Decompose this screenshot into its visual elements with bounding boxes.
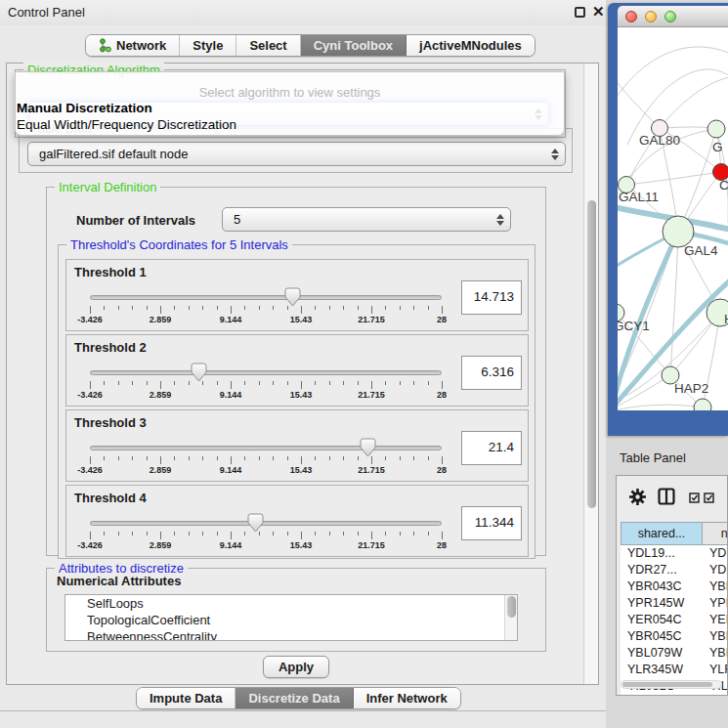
- tick-mark: [301, 306, 302, 314]
- table-row[interactable]: YBL079WYBL0: [621, 645, 728, 662]
- tick-mark: [273, 456, 274, 460]
- tick-mark: [217, 532, 218, 535]
- cell-shared-name: YPR145W: [621, 595, 703, 612]
- threshold-2-value-field[interactable]: 6.316: [461, 356, 522, 390]
- close-icon[interactable]: ✕: [592, 3, 605, 21]
- divider: [0, 710, 606, 711]
- tick-mark: [315, 456, 316, 460]
- tick-mark: [259, 456, 260, 460]
- threshold-1-slider-thumb[interactable]: [284, 287, 301, 307]
- tick-label: 28: [437, 390, 447, 400]
- threshold-3-slider-track[interactable]: [90, 446, 442, 450]
- tick-mark: [301, 456, 302, 464]
- table-row[interactable]: YBR045CYBR0: [621, 628, 728, 645]
- tick-label: 9.144: [220, 540, 242, 550]
- tick-label: 15.43: [290, 540, 313, 550]
- gear-icon[interactable]: [628, 488, 647, 509]
- network-canvas[interactable]: GAL80GCGAL11GAL4GCY1HHAP2: [618, 27, 728, 410]
- algorithm-option-manual-discretization[interactable]: Manual Discretization: [16, 100, 564, 116]
- column-header-name[interactable]: name: [703, 522, 728, 545]
- show-columns-icon[interactable]: [658, 488, 675, 508]
- scrollbar-thumb[interactable]: [622, 682, 712, 687]
- cell-name: YER0: [703, 612, 728, 628]
- tab-select[interactable]: Select: [236, 35, 300, 56]
- table-row[interactable]: YBR043CYBR0: [621, 578, 728, 595]
- table-row[interactable]: YDL19...YDL1: [621, 545, 728, 562]
- table-header-row: shared...name: [621, 522, 728, 545]
- threshold-2-slider-track[interactable]: [90, 370, 442, 375]
- threshold-3-value-field[interactable]: 21.4: [461, 431, 522, 465]
- tick-mark: [231, 456, 232, 464]
- scrollbar-thumb[interactable]: [507, 596, 516, 618]
- threshold-4-slider-thumb[interactable]: [247, 513, 264, 533]
- tab-label: Impute Data: [150, 691, 222, 706]
- threshold-2-label: Threshold 2: [74, 340, 147, 355]
- tick-mark: [202, 306, 203, 310]
- float-window-icon[interactable]: [575, 7, 585, 18]
- checkbox-icon[interactable]: [689, 492, 700, 506]
- attributes-scrollbar[interactable]: [504, 595, 517, 640]
- tab-style[interactable]: Style: [180, 35, 236, 56]
- tab-label: jActiveMNodules: [419, 38, 522, 53]
- tick-mark: [385, 532, 386, 535]
- network-node-label: C: [719, 178, 728, 193]
- tick-mark: [413, 381, 414, 385]
- tick-mark: [315, 306, 316, 310]
- algorithm-popup-hint: Select algorithm to view settings: [16, 85, 564, 100]
- tick-mark: [400, 381, 401, 385]
- network-node[interactable]: [694, 399, 711, 410]
- algorithm-option-equal-width-frequency-discretization[interactable]: Equal Width/Frequency Discretization: [16, 116, 564, 133]
- threshold-3-slider-thumb[interactable]: [360, 438, 376, 457]
- threshold-2-slider-thumb[interactable]: [191, 363, 207, 382]
- numerical-attributes-list[interactable]: SelfLoopsTopologicalCoefficientBetweenne…: [64, 594, 518, 641]
- tick-mark: [231, 532, 232, 539]
- table-row[interactable]: YER054CYER0: [621, 612, 728, 628]
- checkbox-icon[interactable]: [704, 492, 714, 506]
- attribute-item-betweennesscentrality[interactable]: BetweennessCentrality: [65, 628, 517, 641]
- minimize-traffic-light-icon[interactable]: [645, 11, 657, 22]
- tick-label: 28: [437, 540, 447, 550]
- tab-label: Infer Network: [366, 691, 448, 706]
- apply-button[interactable]: Apply: [263, 656, 329, 678]
- tick-mark: [428, 532, 429, 535]
- table-horizontal-scrollbar[interactable]: [621, 680, 722, 689]
- control-panel-title: Control Panel: [8, 5, 85, 20]
- tick-mark: [132, 456, 133, 460]
- tick-mark: [118, 456, 119, 460]
- table-data-combo[interactable]: galFiltered.sif default node: [27, 142, 566, 166]
- cell-name: YBR0: [703, 628, 728, 645]
- scrollbar-thumb[interactable]: [587, 200, 596, 508]
- control-panel-scrollbar[interactable]: [583, 64, 598, 684]
- tick-mark: [104, 532, 105, 535]
- threshold-1-slider-track[interactable]: [90, 295, 442, 300]
- tab-cyni-toolbox[interactable]: Cyni Toolbox: [301, 35, 407, 56]
- tick-mark: [231, 381, 232, 389]
- attribute-item-selfloops[interactable]: SelfLoops: [65, 595, 517, 612]
- threshold-1-value-field[interactable]: 14.713: [461, 280, 522, 315]
- column-header-shared[interactable]: shared...: [621, 522, 703, 545]
- tick-mark: [273, 306, 274, 310]
- table-row[interactable]: YDR27...YDR2: [621, 562, 728, 578]
- attribute-item-topologicalcoefficient[interactable]: TopologicalCoefficient: [65, 612, 517, 628]
- tab-infer-network[interactable]: Infer Network: [354, 688, 460, 708]
- zoom-traffic-light-icon[interactable]: [664, 11, 676, 22]
- tick-mark: [202, 532, 203, 535]
- close-traffic-light-icon[interactable]: [625, 11, 637, 22]
- network-node-g[interactable]: [707, 120, 725, 138]
- tick-mark: [174, 532, 175, 535]
- threshold-4-value-field[interactable]: 11.344: [461, 506, 522, 540]
- table-row[interactable]: YPR145WYPR1: [621, 595, 728, 612]
- tick-mark: [343, 306, 344, 310]
- tab-network[interactable]: Network: [86, 35, 180, 56]
- tab-impute-data[interactable]: Impute Data: [137, 688, 236, 708]
- network-window-titlebar[interactable]: [618, 6, 728, 27]
- tick-mark: [104, 381, 105, 385]
- cell-shared-name: YDR27...: [621, 562, 703, 578]
- tab-discretize-data[interactable]: Discretize Data: [236, 688, 353, 708]
- number-of-intervals-combo[interactable]: 5: [222, 207, 511, 232]
- table-row[interactable]: YLR345WYLR3: [621, 662, 728, 678]
- threshold-4-slider-track[interactable]: [90, 521, 442, 526]
- tick-mark: [442, 532, 443, 539]
- cell-shared-name: YBR045C: [621, 628, 703, 645]
- tab-jactivemnodules[interactable]: jActiveMNodules: [407, 35, 535, 56]
